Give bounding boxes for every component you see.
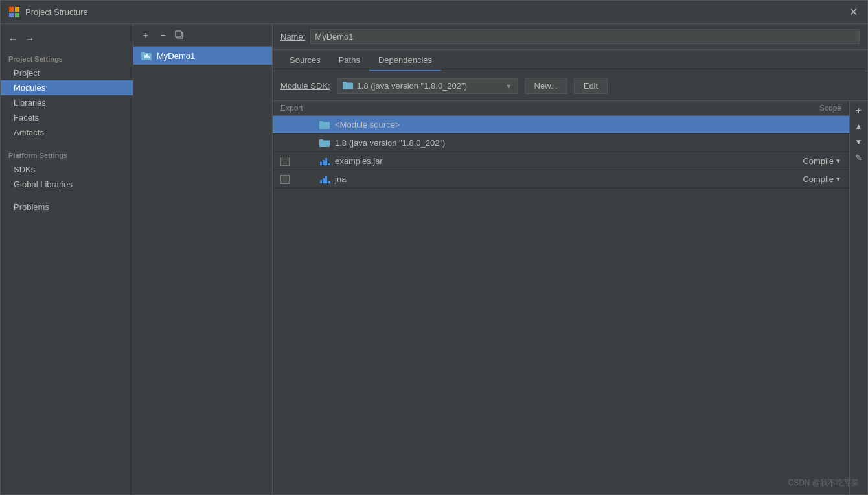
dep-row[interactable]: 1.8 (java version "1.8.0_202") [273, 134, 849, 152]
close-button[interactable]: ✕ [847, 6, 860, 19]
svg-rect-1 [15, 7, 19, 12]
svg-rect-7 [146, 54, 148, 58]
sidebar-item-modules[interactable]: Modules [1, 80, 133, 95]
svg-rect-10 [323, 160, 325, 165]
svg-rect-3 [15, 13, 19, 17]
scope-arrow-3: ▼ [835, 157, 841, 165]
scope-dropdown-4[interactable]: Compile ▼ [803, 174, 841, 184]
svg-rect-13 [320, 180, 322, 183]
name-input[interactable] [310, 29, 860, 44]
dep-scope-4[interactable]: Compile ▼ [764, 174, 841, 184]
tabs-row: Sources Paths Dependencies [273, 50, 867, 71]
svg-rect-6 [144, 55, 146, 58]
dep-name-cell: examples.jar [319, 156, 764, 167]
svg-rect-2 [9, 13, 14, 17]
sidebar-item-artifacts[interactable]: Artifacts [1, 125, 133, 140]
dep-scope-3[interactable]: Compile ▼ [764, 156, 841, 166]
tab-dependencies[interactable]: Dependencies [369, 50, 441, 71]
col-export: Export [280, 104, 319, 113]
sidebar-item-problems[interactable]: Problems [1, 200, 133, 214]
dep-row[interactable]: jna Compile ▼ [273, 170, 849, 189]
name-row: Name: [273, 24, 867, 50]
watermark: CSDN @我不吃芹菜 [788, 478, 859, 489]
export-checkbox-box-4[interactable] [280, 175, 290, 184]
module-folder-icon [141, 51, 152, 61]
module-name: MyDemo1 [157, 51, 195, 61]
edit-dep-button[interactable]: ✎ [852, 150, 866, 165]
module-toolbar: + − [133, 24, 272, 47]
examples-jar-icon [319, 156, 330, 167]
sdk-dropdown-arrow: ▼ [505, 82, 512, 90]
jdk-icon [319, 138, 330, 148]
dep-name-cell: <Module source> [319, 120, 764, 130]
svg-rect-12 [328, 163, 330, 165]
project-structure-window: Project Structure ✕ ← → Project Settings… [0, 0, 868, 495]
dep-list: <Module source> [273, 116, 849, 494]
remove-module-button[interactable]: − [155, 28, 170, 42]
export-checkbox-3[interactable] [280, 157, 319, 166]
nav-back-button[interactable]: ← [6, 32, 20, 46]
project-settings-section: Project Settings [1, 51, 133, 65]
window-title: Project Structure [25, 7, 847, 17]
svg-rect-15 [325, 176, 327, 183]
svg-rect-14 [323, 178, 325, 183]
scroll-down-button[interactable]: ▼ [852, 135, 866, 149]
dep-section: Export Scope [273, 101, 867, 494]
scope-arrow-4: ▼ [835, 176, 841, 183]
app-icon [8, 6, 20, 18]
detail-panel: Name: Sources Paths Dependencies Module … [273, 24, 867, 494]
export-checkbox-4[interactable] [280, 175, 319, 184]
dep-table-header: Export Scope [273, 101, 849, 116]
tab-sources[interactable]: Sources [280, 50, 330, 71]
scope-value-4: Compile [803, 174, 834, 184]
scope-dropdown-3[interactable]: Compile ▼ [803, 156, 841, 166]
sidebar-item-global-libraries[interactable]: Global Libraries [1, 177, 133, 192]
sdk-selector[interactable]: 1.8 (java version "1.8.0_202") ▼ [337, 78, 518, 94]
sidebar: ← → Project Settings Project Modules Lib… [1, 24, 133, 494]
dep-row[interactable]: <Module source> [273, 116, 849, 134]
sdk-folder-icon [343, 81, 353, 91]
svg-rect-0 [9, 7, 14, 12]
dep-row[interactable]: examples.jar Compile ▼ [273, 152, 849, 170]
dep-name-2: 1.8 (java version "1.8.0_202") [335, 138, 445, 148]
sidebar-item-sdks[interactable]: SDKs [1, 162, 133, 177]
sidebar-item-facets[interactable]: Facets [1, 110, 133, 125]
svg-rect-16 [328, 181, 330, 183]
module-source-icon [319, 120, 330, 130]
svg-rect-8 [148, 56, 150, 58]
sdk-row: Module SDK: 1.8 (java version "1.8.0_202… [273, 71, 867, 101]
sidebar-item-project[interactable]: Project [1, 65, 133, 80]
svg-rect-9 [320, 162, 322, 165]
dep-name-1: <Module source> [335, 120, 400, 130]
module-panel: + − [133, 24, 273, 494]
export-checkbox-box-3[interactable] [280, 157, 290, 166]
right-action-sidebar: + ▲ ▼ ✎ [849, 101, 867, 494]
module-item[interactable]: MyDemo1 [133, 47, 272, 65]
dep-name-4: jna [335, 174, 346, 184]
nav-forward-button[interactable]: → [23, 32, 37, 46]
svg-rect-11 [325, 158, 327, 165]
dep-name-cell: jna [319, 174, 764, 185]
dep-name-cell: 1.8 (java version "1.8.0_202") [319, 138, 764, 148]
svg-rect-5 [176, 31, 181, 37]
dep-table: Export Scope [273, 101, 849, 494]
sidebar-item-libraries[interactable]: Libraries [1, 95, 133, 110]
main-content: ← → Project Settings Project Modules Lib… [1, 24, 867, 494]
dep-name-3: examples.jar [335, 156, 383, 166]
sdk-label: Module SDK: [280, 81, 330, 91]
add-dep-button[interactable]: + [852, 104, 866, 118]
edit-sdk-button[interactable]: Edit [574, 78, 608, 94]
module-list: MyDemo1 [133, 47, 272, 494]
name-label: Name: [280, 32, 305, 41]
sdk-value: 1.8 (java version "1.8.0_202") [357, 81, 501, 91]
tab-paths[interactable]: Paths [330, 50, 369, 71]
scope-value-3: Compile [803, 156, 834, 166]
platform-settings-section: Platform Settings [1, 148, 133, 162]
jna-icon [319, 174, 330, 185]
add-module-button[interactable]: + [139, 28, 153, 42]
col-scope: Scope [764, 104, 841, 113]
copy-module-button[interactable] [172, 28, 187, 42]
new-sdk-button[interactable]: New... [525, 78, 567, 94]
scroll-up-button[interactable]: ▲ [852, 119, 866, 133]
title-bar: Project Structure ✕ [1, 1, 867, 24]
